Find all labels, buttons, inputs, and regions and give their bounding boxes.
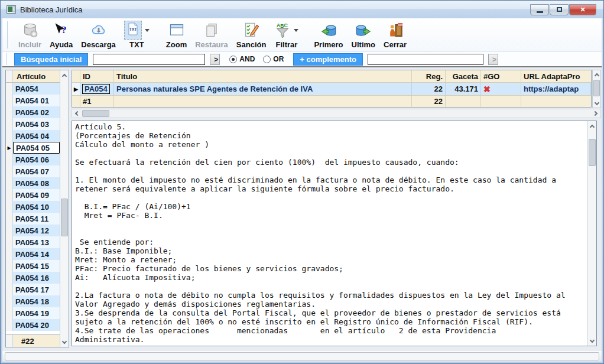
article-scroll-up-icon[interactable] bbox=[588, 121, 596, 131]
sidebar-item[interactable]: PA054 13 bbox=[6, 236, 60, 248]
grid-scroll-right-icon[interactable] bbox=[591, 109, 600, 118]
cell-url[interactable]: https://adaptap bbox=[521, 83, 591, 95]
search-initial-input[interactable] bbox=[93, 54, 205, 65]
article-text[interactable]: Artículo 5. (Porcentajes de Retención Cá… bbox=[72, 121, 587, 346]
sidebar-item-label: PA054 18 bbox=[13, 295, 60, 307]
article-scroll-down-icon[interactable] bbox=[588, 336, 596, 346]
sidebar-item[interactable]: PA054 01 bbox=[6, 95, 60, 106]
footer-reg-total: 22 bbox=[412, 96, 446, 107]
sidebar-item-label: PA054 12 bbox=[13, 225, 60, 236]
content-area: Artículo PA054PA054 01PA054 02PA054 03PA… bbox=[2, 67, 602, 350]
txt-selection-box: TXT bbox=[124, 21, 142, 40]
grid-vscroll-thumb[interactable] bbox=[593, 80, 600, 96]
sidebar-item[interactable]: ▶PA054 05 bbox=[6, 142, 60, 154]
sidebar-item[interactable]: PA054 03 bbox=[6, 118, 60, 130]
col-header-reg[interactable]: Reg. bbox=[412, 70, 446, 82]
article-scrollbar[interactable] bbox=[587, 121, 596, 346]
svg-text:ABC: ABC bbox=[277, 22, 288, 29]
txt-dropdown-icon[interactable] bbox=[145, 29, 150, 32]
sidebar-item[interactable]: PA054 18 bbox=[6, 295, 60, 307]
grid-scroll-down-icon[interactable] bbox=[593, 99, 600, 108]
sidebar-item[interactable]: PA054 11 bbox=[6, 213, 60, 225]
sidebar-scroll-track[interactable] bbox=[60, 80, 69, 337]
sidebar-item[interactable]: PA054 12 bbox=[6, 225, 60, 236]
complemento-button[interactable]: + complemento bbox=[293, 53, 363, 66]
cerrar-button[interactable]: EXIT Cerrar bbox=[379, 20, 411, 50]
sidebar-item[interactable]: PA054 14 bbox=[6, 248, 60, 260]
minimize-button[interactable] bbox=[530, 4, 549, 15]
sidebar-footer-selector bbox=[6, 335, 13, 347]
col-header-id[interactable]: ID bbox=[80, 70, 114, 82]
sidebar-item[interactable]: PA054 07 bbox=[6, 165, 60, 177]
grid-vscroll-track[interactable] bbox=[593, 79, 600, 99]
searchbar-grip[interactable] bbox=[6, 53, 8, 65]
grid-footer-selector bbox=[72, 96, 80, 107]
sidebar-item-label: PA054 07 bbox=[13, 165, 60, 177]
grid-scroll-up-icon[interactable] bbox=[593, 70, 600, 79]
search-bar: Búsqueda inicial > AND OR + complemento … bbox=[2, 52, 602, 67]
sidebar-item[interactable]: PA054 17 bbox=[6, 284, 60, 295]
footer-url-cell bbox=[521, 96, 591, 107]
zoom-button[interactable]: Zoom bbox=[162, 20, 191, 50]
filter-dropdown-icon[interactable] bbox=[294, 29, 298, 32]
ayuda-button[interactable]: ? Ayuda bbox=[46, 20, 77, 50]
toolbar: Incluir ? Ayuda Descarga TXT bbox=[2, 18, 602, 52]
sidebar-item[interactable]: PA054 10 bbox=[6, 201, 60, 213]
sidebar-item[interactable]: PA054 16 bbox=[6, 272, 60, 284]
scroll-up-icon[interactable] bbox=[60, 70, 69, 80]
search-complement-go-button[interactable]: > bbox=[488, 54, 498, 65]
col-header-titulo[interactable]: Titulo bbox=[114, 70, 412, 82]
sidebar-item[interactable]: PA054 20 bbox=[6, 319, 60, 331]
row-marker-icon: ▶ bbox=[6, 142, 13, 154]
grid-data-row[interactable]: ▶ PA054 Personas naturales SPE Agentes d… bbox=[72, 83, 591, 95]
article-scroll-thumb[interactable] bbox=[589, 139, 596, 166]
sidebar-item[interactable]: PA054 06 bbox=[6, 154, 60, 165]
close-button[interactable]: ✕ bbox=[569, 4, 596, 15]
sidebar-item[interactable]: PA054 15 bbox=[6, 260, 60, 272]
sidebar-scroll-thumb[interactable] bbox=[61, 199, 68, 236]
sidebar-header: Artículo bbox=[6, 70, 60, 83]
cell-reg[interactable]: 22 bbox=[412, 83, 446, 95]
txt-button[interactable]: TXT TXT bbox=[120, 20, 154, 50]
sidebar-item[interactable]: PA054 08 bbox=[6, 177, 60, 189]
search-complement-input[interactable] bbox=[368, 54, 483, 65]
cell-gaceta[interactable]: 43.171 bbox=[446, 83, 481, 95]
col-header-gaceta[interactable]: Gaceta bbox=[446, 70, 481, 82]
col-header-url[interactable]: URL AdaptaPro bbox=[521, 70, 591, 82]
col-header-go[interactable]: #GO bbox=[481, 70, 521, 82]
grid-horizontal-scrollbar[interactable] bbox=[72, 109, 601, 118]
busqueda-inicial-button[interactable]: Búsqueda inicial bbox=[14, 53, 88, 66]
cell-id[interactable]: PA054 bbox=[80, 83, 114, 95]
sidebar-item[interactable]: PA054 02 bbox=[6, 106, 60, 118]
article-scroll-track[interactable] bbox=[588, 131, 596, 336]
scroll-down-icon[interactable] bbox=[60, 337, 69, 347]
sidebar-item-label: PA054 16 bbox=[13, 272, 60, 284]
footer-go-cell bbox=[481, 96, 521, 107]
and-radio-option[interactable]: AND bbox=[229, 55, 255, 63]
txt-file-icon: TXT bbox=[126, 21, 140, 37]
window-title: Biblioteca Jurídica bbox=[20, 5, 83, 14]
or-radio-option[interactable]: OR bbox=[263, 55, 284, 63]
sidebar-item[interactable]: PA054 04 bbox=[6, 130, 60, 142]
descarga-button[interactable]: Descarga bbox=[77, 20, 120, 50]
maximize-button[interactable] bbox=[550, 4, 569, 15]
sidebar-item[interactable]: PA054 bbox=[6, 83, 60, 95]
cell-go[interactable]: ✖ bbox=[481, 83, 521, 95]
grid-scroll-left-icon[interactable] bbox=[72, 109, 82, 118]
sidebar-item[interactable]: PA054 09 bbox=[6, 189, 60, 201]
sancion-button[interactable]: Sanción bbox=[232, 20, 271, 50]
svg-text:EXIT: EXIT bbox=[398, 24, 403, 27]
ultimo-button[interactable]: Ultimo bbox=[348, 20, 379, 50]
row-marker-icon bbox=[6, 130, 13, 142]
filtrar-button[interactable]: ABC Filtrar bbox=[270, 20, 303, 50]
grid-vertical-scrollbar[interactable] bbox=[592, 70, 601, 108]
search-initial-go-button[interactable]: > bbox=[210, 54, 220, 65]
row-marker-icon bbox=[6, 307, 13, 319]
grid-hscroll-thumb[interactable] bbox=[82, 110, 109, 117]
cell-titulo[interactable]: Personas naturales SPE Agentes de Retenc… bbox=[114, 83, 412, 95]
toolbar-grip[interactable] bbox=[7, 21, 9, 48]
row-marker-icon bbox=[6, 165, 13, 177]
sidebar-item[interactable]: PA054 19 bbox=[6, 307, 60, 319]
sidebar-scrollbar[interactable] bbox=[60, 70, 69, 347]
primero-button[interactable]: Primero bbox=[310, 20, 347, 50]
